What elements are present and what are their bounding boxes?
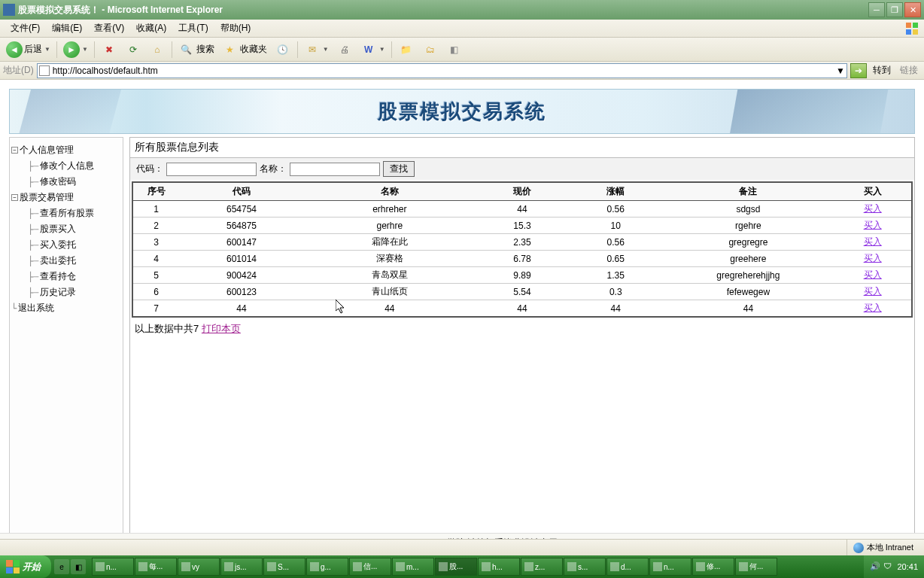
cell-note: gregreherehjjhg	[662, 267, 834, 284]
taskbar-task[interactable]: vy	[178, 558, 220, 576]
table-row: 6600123青山纸页5.540.3fefewegew买入	[132, 284, 912, 300]
buy-link[interactable]: 买入	[864, 220, 882, 230]
window-controls: ─ ❐ ✕	[868, 2, 921, 17]
page-icon	[39, 65, 50, 76]
start-button[interactable]: 开始	[0, 555, 51, 578]
address-field[interactable]: http://localhost/default.htm ▼	[37, 63, 847, 78]
mail-button[interactable]: ✉▼	[301, 40, 332, 59]
taskbar-task[interactable]: 每...	[135, 558, 177, 576]
cell-note: fefewegew	[662, 284, 834, 300]
svg-rect-3	[913, 29, 918, 35]
ie-quick-icon[interactable]: e	[54, 559, 69, 574]
sidebar: −个人信息管理├┄修改个人信息├┄修改密码−股票交易管理├┄查看所有股票├┄股票…	[9, 137, 123, 536]
table-row: 3600147霜降在此2.350.56gregregre买入	[132, 234, 912, 251]
taskbar-task[interactable]: S...	[263, 558, 305, 576]
buy-link[interactable]: 买入	[864, 269, 882, 280]
tree-node[interactable]: ├┄查看持仓	[11, 269, 121, 284]
forward-button[interactable]: ►▼	[60, 40, 91, 59]
menu-view[interactable]: 查看(V)	[88, 20, 130, 36]
home-button[interactable]: ⌂	[146, 40, 169, 59]
tree-node[interactable]: −个人信息管理	[11, 142, 121, 158]
taskbar-task[interactable]: m...	[392, 558, 434, 576]
chevron-down-icon[interactable]: ▼	[836, 65, 845, 76]
status-bar: 本地 Intranet	[0, 539, 924, 555]
expand-icon[interactable]: −	[11, 147, 18, 154]
table-row: 5900424青岛双星9.891.35gregreherehjjhg买入	[132, 267, 912, 284]
tree-label: 股票交易管理	[20, 191, 74, 204]
search-button[interactable]: 🔍搜索	[175, 40, 217, 59]
history-button[interactable]: 🕓	[272, 40, 294, 59]
desktop-quick-icon[interactable]: ◧	[71, 559, 86, 574]
print-button[interactable]: 🖨	[333, 40, 356, 59]
tree-node[interactable]: ├┄卖出委托	[11, 253, 121, 269]
links-label[interactable]: 链接	[897, 64, 921, 77]
taskbar-task[interactable]: 信...	[349, 558, 391, 576]
tree-node[interactable]: ├┄查看所有股票	[11, 205, 121, 221]
menu-help[interactable]: 帮助(H)	[214, 20, 257, 36]
column-header: 现价	[476, 182, 569, 201]
tree-label: 股票买入	[40, 223, 76, 236]
nav-tree: −个人信息管理├┄修改个人信息├┄修改密码−股票交易管理├┄查看所有股票├┄股票…	[11, 142, 121, 316]
cell-note: 44	[662, 300, 834, 318]
buy-link[interactable]: 买入	[864, 303, 882, 313]
taskbar-task[interactable]: 修...	[692, 558, 734, 576]
system-tray: 🔊 🛡 20:41	[864, 555, 924, 578]
table-row: 2564875gerhre15.310rgehre买入	[132, 218, 912, 234]
tree-node[interactable]: └退出系统	[11, 300, 121, 316]
tray-icon[interactable]: 🛡	[883, 561, 894, 572]
tree-node[interactable]: ├┄修改密码	[11, 174, 121, 190]
cell-code: 44	[179, 300, 304, 318]
edit-button[interactable]: W▼	[357, 40, 388, 59]
tree-node[interactable]: −股票交易管理	[11, 190, 121, 205]
tree-node[interactable]: ├┄股票买入	[11, 221, 121, 237]
taskbar-task[interactable]: 股...	[435, 558, 477, 576]
back-button[interactable]: ◄ 后退 ▼	[3, 40, 53, 59]
menu-edit[interactable]: 编辑(E)	[46, 20, 88, 36]
tree-node[interactable]: ├┄修改个人信息	[11, 158, 121, 174]
taskbar-task[interactable]: js...	[220, 558, 263, 576]
taskbar-task[interactable]: z...	[521, 558, 563, 576]
taskbar-task[interactable]: n...	[92, 558, 134, 576]
buy-link[interactable]: 买入	[864, 236, 882, 247]
taskbar-task[interactable]: n...	[649, 558, 691, 576]
stop-button[interactable]: ✖	[98, 40, 120, 59]
folder-button[interactable]: 📁	[395, 40, 418, 59]
taskbar-task[interactable]: h...	[478, 558, 520, 576]
close-button[interactable]: ✕	[904, 2, 921, 17]
cell-code: 601014	[179, 251, 304, 267]
menu-favorites[interactable]: 收藏(A)	[130, 20, 172, 36]
tree-label: 买入委托	[40, 239, 76, 251]
table-row: 1654754erhreher440.56sdgsd买入	[132, 201, 912, 218]
menu-file[interactable]: 文件(F)	[5, 20, 46, 36]
search-button[interactable]: 查找	[383, 161, 415, 177]
go-button[interactable]: ➔	[850, 63, 867, 78]
code-input[interactable]	[166, 163, 257, 176]
tree-label: 查看持仓	[40, 270, 76, 283]
taskbar-task[interactable]: s...	[564, 558, 606, 576]
folders-icon: 🗂	[422, 41, 439, 58]
buy-link[interactable]: 买入	[864, 286, 882, 297]
name-input[interactable]	[290, 163, 380, 176]
footer-count: 以上数据中共7	[135, 323, 202, 334]
taskbar-task[interactable]: g...	[306, 558, 348, 576]
taskbar-task[interactable]: d...	[606, 558, 649, 576]
tree-node[interactable]: ├┄买入委托	[11, 237, 121, 253]
buy-link[interactable]: 买入	[864, 203, 882, 214]
minimize-button[interactable]: ─	[868, 2, 885, 17]
folders-button[interactable]: 🗂	[419, 40, 442, 59]
print-link[interactable]: 打印本页	[202, 323, 241, 334]
cell-price: 2.35	[476, 234, 569, 251]
expand-icon[interactable]: −	[11, 194, 18, 201]
buy-link[interactable]: 买入	[864, 253, 882, 263]
mail-icon: ✉	[304, 41, 321, 58]
maximize-button[interactable]: ❐	[886, 2, 903, 17]
start-label: 开始	[23, 561, 41, 573]
tray-icon[interactable]: 🔊	[870, 561, 880, 572]
taskbar-task[interactable]: 何...	[735, 558, 777, 576]
refresh-button[interactable]: ⟳	[122, 40, 144, 59]
favorites-button[interactable]: ★收藏夹	[219, 40, 270, 59]
misc-button[interactable]: ◧	[443, 40, 466, 59]
menu-tools[interactable]: 工具(T)	[172, 20, 214, 36]
cell-change: 0.65	[569, 251, 662, 267]
tree-node[interactable]: ├┄历史记录	[11, 284, 121, 300]
